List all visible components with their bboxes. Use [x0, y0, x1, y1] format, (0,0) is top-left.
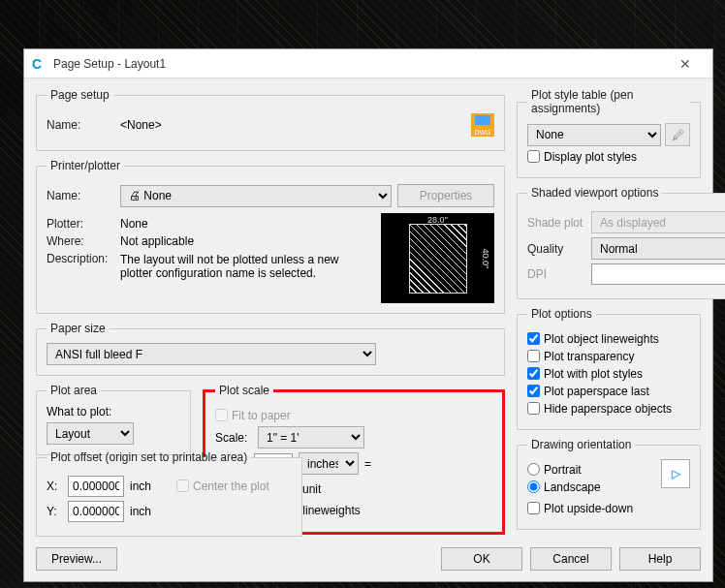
orientation-group: Drawing orientation Portrait Landscape ▷…	[517, 438, 701, 530]
paper-preview: 28.0'' 40.0''	[381, 213, 494, 303]
shaded-viewport-group: Shaded viewport options Shade plotAs dis…	[517, 186, 725, 299]
scale-in-unit-select[interactable]: inches	[299, 452, 359, 475]
titlebar: C Page Setup - Layout1 ✕	[24, 49, 712, 78]
x-label: X:	[47, 480, 62, 493]
page-setup-dialog: C Page Setup - Layout1 ✕ Page setup Name…	[23, 48, 713, 582]
preview-button[interactable]: Preview...	[36, 547, 117, 571]
plot-area-group: Plot area What to plot: Layout	[36, 384, 191, 455]
quality-label: Quality	[527, 242, 585, 256]
what-to-plot-label: What to plot:	[47, 405, 180, 418]
upside-down-checkbox[interactable]: Plot upside-down	[527, 502, 633, 515]
orientation-icon: ▷	[661, 459, 690, 488]
page-setup-group: Page setup Name: <None> DWG	[36, 88, 505, 151]
dialog-footer: Preview... OK Cancel Help	[24, 542, 712, 581]
where-value: Not applicable	[120, 234, 194, 248]
landscape-radio[interactable]: Landscape	[527, 480, 601, 494]
properties-button[interactable]: Properties	[397, 184, 494, 207]
fit-to-paper-checkbox: Fit to paper	[215, 409, 291, 422]
printer-name-select[interactable]: 🖨 None	[120, 185, 392, 207]
plotter-label: Plotter:	[47, 217, 114, 231]
plot-options-group: Plot options Plot object lineweights Plo…	[517, 307, 701, 430]
plot-area-legend: Plot area	[47, 384, 101, 397]
opt-paperspace[interactable]: Plot paperspace last	[527, 385, 649, 398]
plot-style-edit-button[interactable]: 🖉	[665, 123, 690, 146]
help-button[interactable]: Help	[619, 547, 701, 571]
scale-label: Scale:	[215, 431, 252, 445]
pagesetup-name-value: <None>	[120, 118, 465, 132]
app-icon: C	[32, 56, 47, 72]
portrait-radio[interactable]: Portrait	[527, 463, 582, 477]
window-title: Page Setup - Layout1	[53, 57, 666, 71]
center-plot-checkbox: Center the plot	[176, 480, 269, 493]
scale-equals: =	[364, 457, 371, 471]
dwg-icon: DWG	[471, 113, 494, 137]
printer-legend: Printer/plotter	[47, 159, 124, 172]
paper-size-select[interactable]: ANSI full bleed F	[47, 343, 376, 365]
y-unit: inch	[130, 505, 151, 518]
quality-select[interactable]: Normal	[591, 237, 725, 260]
close-button[interactable]: ✕	[666, 50, 705, 77]
opt-lineweights[interactable]: Plot object lineweights	[527, 332, 659, 346]
plot-scale-legend: Plot scale	[215, 384, 273, 397]
x-unit: inch	[130, 480, 151, 493]
desc-label: Description:	[47, 252, 114, 265]
display-plot-styles-checkbox[interactable]: Display plot styles	[527, 150, 637, 164]
what-to-plot-select[interactable]: Layout	[47, 422, 134, 445]
plot-options-legend: Plot options	[527, 307, 596, 321]
scale-out-unit: unit	[299, 482, 357, 496]
plot-style-table-group: Plot style table (pen assignments) None …	[517, 88, 701, 178]
pst-legend: Plot style table (pen assignments)	[527, 88, 690, 115]
plot-style-select[interactable]: None	[527, 124, 661, 146]
y-label: Y:	[47, 505, 62, 518]
dpi-input	[591, 263, 725, 285]
opt-transparency[interactable]: Plot transparency	[527, 350, 634, 363]
shade-plot-select: As displayed	[591, 211, 725, 233]
opt-hide-ps[interactable]: Hide paperspace objects	[527, 402, 672, 416]
paper-height-dim: 40.0''	[481, 248, 490, 268]
shaded-legend: Shaded viewport options	[527, 186, 662, 200]
where-label: Where:	[47, 234, 114, 248]
x-input[interactable]	[68, 476, 124, 497]
plotter-value: None	[120, 217, 148, 231]
y-input[interactable]	[68, 501, 124, 522]
plot-offset-group: Plot offset (origin set to printable are…	[36, 450, 302, 537]
dpi-label: DPI	[527, 267, 585, 281]
opt-with-styles[interactable]: Plot with plot styles	[527, 367, 643, 381]
scale-select[interactable]: 1" = 1'	[258, 426, 364, 449]
shade-plot-label: Shade plot	[527, 216, 585, 230]
printer-name-label: Name:	[47, 189, 114, 202]
page-setup-legend: Page setup	[47, 88, 113, 102]
printer-group: Printer/plotter Name: 🖨 None document.qu…	[36, 159, 505, 314]
cancel-button[interactable]: Cancel	[530, 547, 612, 571]
paper-size-legend: Paper size	[47, 322, 110, 335]
desc-value: The layout will not be plotted unless a …	[120, 252, 371, 280]
paper-size-group: Paper size ANSI full bleed F	[36, 322, 505, 376]
ok-button[interactable]: OK	[441, 547, 522, 571]
pagesetup-name-label: Name:	[47, 118, 114, 132]
plot-offset-legend: Plot offset (origin set to printable are…	[47, 450, 251, 464]
orientation-legend: Drawing orientation	[527, 438, 635, 451]
